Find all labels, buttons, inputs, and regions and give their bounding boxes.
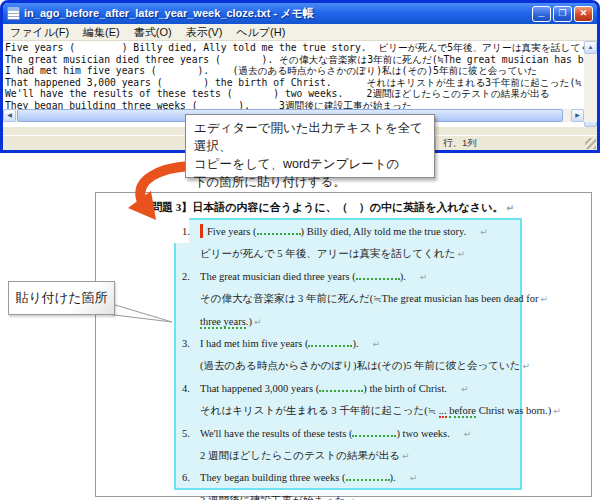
paragraph-mark-icon: ↵ bbox=[480, 227, 488, 237]
text-segment: two weeks. bbox=[400, 428, 450, 439]
spellcheck-underlined-text: ... bbox=[439, 405, 447, 418]
cloze-blank: () bbox=[342, 472, 393, 483]
menu-item[interactable]: 書式(O) bbox=[127, 24, 179, 41]
instruction-callout: エディターで開いた出力テキストを全て選択、コピーをして、wordテンプレートの下… bbox=[185, 114, 435, 178]
instruction-line: 下の箇所に貼り付けする。 bbox=[194, 173, 426, 191]
japanese-translation-line: それはキリストが生まれる 3 千年前に起こった(≒ ... before Chr… bbox=[176, 400, 520, 422]
text-segment: The great musician died three years bbox=[200, 271, 352, 282]
english-sentence-line: 4.That happened 3,000 years () the birth… bbox=[176, 378, 520, 400]
text-segment: . bbox=[356, 338, 359, 349]
text-segment: the birth of Christ. bbox=[367, 383, 447, 394]
item-number: 5. bbox=[182, 423, 190, 445]
spellcheck-underlined-text: three years bbox=[200, 316, 246, 329]
japanese-translation-line: 2 週間ほどしたらこのテストの結果が出る↵ bbox=[176, 445, 520, 467]
text-segment: . bbox=[403, 271, 406, 282]
notepad-text-line: The great musician died three years ( ).… bbox=[5, 54, 584, 66]
cloze-blank: () bbox=[352, 271, 403, 282]
notepad-menubar: ファイル(F)編集(E)書式(O)表示(V)ヘルプ(H) bbox=[3, 24, 597, 41]
blank-underline bbox=[346, 472, 390, 481]
english-sentence-line: 1.Five years () Billy died, Ally told me… bbox=[176, 221, 520, 243]
spellcheck-underlined-text: before bbox=[449, 405, 476, 418]
pasted-text-selection[interactable]: 1.Five years () Billy died, Ally told me… bbox=[174, 218, 522, 490]
notepad-text-line: Five years ( ) Billy died, Ally told me … bbox=[5, 42, 584, 54]
english-sentence-line: 3.I had met him five years ().↵ bbox=[176, 333, 520, 355]
notepad-app-icon bbox=[7, 7, 20, 20]
japanese-translation-line: three years.)↵ bbox=[176, 311, 520, 333]
instruction-line: コピーをして、wordテンプレートの bbox=[194, 155, 426, 173]
japanese-translation-line: その偉大な音楽家は 3 年前に死んだ(≒The great musician h… bbox=[176, 288, 520, 310]
paragraph-mark-icon: ↵ bbox=[461, 384, 469, 394]
cloze-blank: () bbox=[305, 338, 356, 349]
english-sentence-line: 6.They began building three weeks ().↵ bbox=[176, 467, 520, 489]
text-segment: I had met him five years bbox=[200, 338, 305, 349]
blank-underline bbox=[356, 271, 400, 280]
paste-location-label: 貼り付けた箇所 bbox=[8, 281, 115, 315]
paragraph-mark-icon: ↵ bbox=[410, 473, 418, 483]
text-segment: (過去のある時点からさかのぼり)私は(その)5 年前に彼と会っていた bbox=[200, 360, 521, 371]
scroll-left-icon[interactable]: ◀ bbox=[3, 109, 16, 122]
menu-item[interactable]: ファイル(F) bbox=[3, 24, 76, 41]
paragraph-mark-icon: ↵ bbox=[540, 294, 548, 304]
text-segment: Christ was born.) bbox=[476, 405, 551, 416]
japanese-translation-line: 3 週間後に建設工事が始まった↵ bbox=[176, 490, 520, 500]
paragraph-mark-icon: ↵ bbox=[420, 272, 428, 282]
paragraph-mark-icon: ↵ bbox=[507, 203, 515, 213]
cursor-position-status: 行、1列 bbox=[443, 137, 477, 150]
notepad-titlebar[interactable]: in_ago_before_after_later_year_week_cloz… bbox=[3, 3, 597, 24]
menu-item[interactable]: 表示(V) bbox=[179, 24, 230, 41]
text-segment: 3 週間後に建設工事が始まった bbox=[200, 495, 346, 500]
paragraph-mark-icon: ↵ bbox=[373, 339, 381, 349]
paragraph-mark-icon: ↵ bbox=[553, 406, 561, 416]
item-number: 6. bbox=[182, 467, 190, 489]
cloze-blank: () bbox=[349, 428, 400, 439]
paragraph-mark-icon: ↵ bbox=[254, 317, 262, 327]
blank-underline bbox=[352, 428, 396, 437]
paragraph-mark-icon: ↵ bbox=[402, 451, 410, 461]
notepad-text-line: That happened 3,000 years ( ) the birth … bbox=[5, 77, 584, 89]
text-segment: That happened 3,000 years bbox=[200, 383, 316, 394]
japanese-translation-line: ビリーが死んで 5 年後、アリーは真実を話してくれた↵ bbox=[176, 243, 520, 265]
paragraph-mark-icon: ↵ bbox=[464, 429, 472, 439]
notepad-text-line: We'll have the results of these tests ( … bbox=[5, 88, 584, 100]
english-sentence-line: 2.The great musician died three years ()… bbox=[176, 266, 520, 288]
cloze-blank: () bbox=[316, 383, 367, 394]
instruction-line: エディターで開いた出力テキストを全て選択、 bbox=[194, 119, 426, 155]
text-segment: . bbox=[393, 472, 396, 483]
paragraph-mark-icon: ↵ bbox=[348, 496, 356, 500]
scroll-right-icon[interactable]: ▶ bbox=[571, 109, 584, 122]
text-segment: それはキリストが生まれる 3 千年前に起こった(≒ bbox=[200, 405, 439, 416]
statusbar-divider bbox=[435, 138, 436, 149]
exercise-list: 1.Five years () Billy died, Ally told me… bbox=[176, 220, 520, 488]
menu-item[interactable]: ヘルプ(H) bbox=[229, 24, 292, 41]
text-segment: ビリーが死んで 5 年後、アリーは真実を話してくれた bbox=[200, 248, 455, 259]
close-button[interactable]: ✕ bbox=[574, 6, 593, 22]
minimize-button[interactable]: ＿ bbox=[532, 6, 551, 22]
maximize-button[interactable]: ❐ bbox=[553, 6, 572, 22]
item-number: 4. bbox=[182, 378, 190, 400]
cloze-blank: () bbox=[253, 226, 304, 237]
blank-underline bbox=[257, 226, 301, 235]
text-segment: .) bbox=[246, 316, 252, 327]
scroll-up-icon[interactable]: ▲ bbox=[584, 41, 597, 54]
notepad-window-title: in_ago_before_after_later_year_week_cloz… bbox=[24, 6, 528, 21]
japanese-translation-line: (過去のある時点からさかのぼり)私は(その)5 年前に彼と会っていた↵ bbox=[176, 355, 520, 377]
notepad-text-line: I had met him five years ( ). (過去のある時点から… bbox=[5, 65, 584, 77]
resize-grip[interactable] bbox=[585, 138, 596, 149]
text-segment: They began building three weeks bbox=[200, 472, 342, 483]
menu-item[interactable]: 編集(E) bbox=[76, 24, 127, 41]
paragraph-mark-icon: ↵ bbox=[457, 249, 465, 259]
blank-underline bbox=[308, 338, 352, 347]
text-segment: Billy died, Ally told me the true story. bbox=[304, 226, 466, 237]
text-segment: Five years bbox=[207, 226, 253, 237]
text-segment: 2 週間ほどしたらこのテストの結果が出る bbox=[200, 450, 400, 461]
text-segment: その偉大な音楽家は 3 年前に死んだ(≒The great musician h… bbox=[200, 293, 538, 304]
paragraph-mark-icon: ↵ bbox=[523, 361, 531, 371]
blank-underline bbox=[319, 383, 363, 392]
english-sentence-line: 5.We'll have the results of these tests … bbox=[176, 423, 520, 445]
text-segment: We'll have the results of these tests bbox=[200, 428, 349, 439]
scrollbar-corner bbox=[584, 109, 597, 122]
